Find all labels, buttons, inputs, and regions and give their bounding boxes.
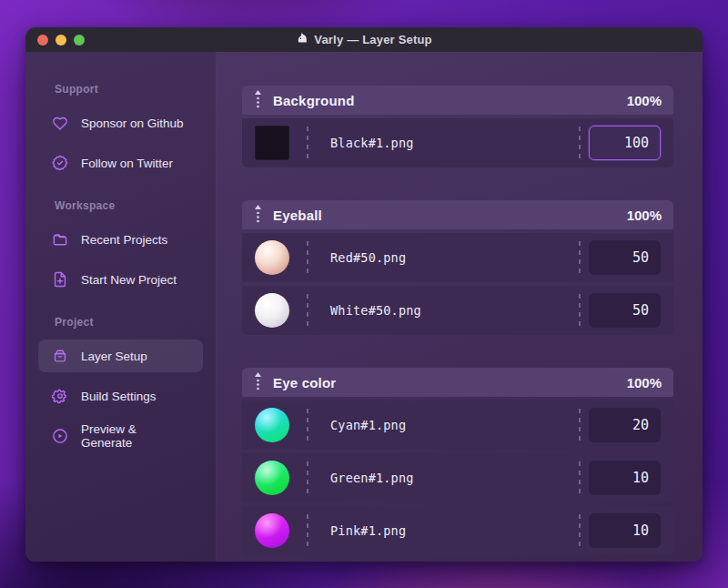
- sidebar-item-start-new-project[interactable]: Start New Project: [38, 263, 203, 296]
- sidebar-section-project: Project Layer Setup Build Settings: [38, 316, 203, 452]
- group-title: Background: [273, 93, 355, 108]
- traffic-lights: [25, 35, 85, 46]
- divider: [307, 294, 308, 327]
- group-title: Eyeball: [273, 208, 322, 223]
- sidebar-item-layer-setup[interactable]: Layer Setup: [38, 340, 203, 372]
- section-label-workspace: Workspace: [38, 199, 203, 212]
- sidebar-item-label: Follow on Twitter: [81, 157, 173, 170]
- divider: [307, 241, 308, 274]
- layer-group-eye-color: Eye color 100% Cyan#1.png Green#1.png: [242, 368, 673, 555]
- layer-thumbnail-green: [255, 461, 289, 495]
- heart-icon: [51, 114, 69, 132]
- divider: [579, 409, 581, 441]
- group-weight: 100%: [627, 93, 662, 108]
- layer-row: Green#1.png: [242, 453, 673, 502]
- minimize-window-button[interactable]: [56, 35, 66, 46]
- sidebar-item-label: Start New Project: [81, 273, 177, 287]
- layer-thumbnail-pink: [255, 513, 289, 548]
- sidebar: Support Sponsor on Github Follow on Twit…: [25, 52, 217, 562]
- layer-weight-input[interactable]: [589, 408, 661, 442]
- unicorn-app-icon: [296, 32, 308, 48]
- layer-group-header[interactable]: Eyeball 100%: [242, 200, 673, 229]
- divider: [307, 409, 308, 441]
- sidebar-item-label: Sponsor on Github: [81, 117, 184, 130]
- layer-thumbnail-black: [255, 126, 289, 160]
- close-window-button[interactable]: [37, 35, 48, 46]
- sidebar-item-label: Recent Projects: [81, 233, 167, 247]
- app-window: Varly — Layer Setup Support Sponsor on G…: [25, 27, 703, 562]
- sidebar-item-label: Build Settings: [81, 390, 157, 403]
- sidebar-section-support: Support Sponsor on Github Follow on Twit…: [38, 83, 203, 179]
- sidebar-item-label: Preview & Generate: [81, 422, 190, 450]
- sidebar-item-sponsor-on-github[interactable]: Sponsor on Github: [38, 106, 203, 139]
- zoom-window-button[interactable]: [74, 35, 85, 46]
- layer-group-eyeball: Eyeball 100% Red#50.png White#50.png: [242, 200, 673, 335]
- divider: [307, 514, 308, 547]
- group-weight: 100%: [627, 208, 662, 223]
- section-label-support: Support: [38, 83, 203, 96]
- divider: [307, 461, 308, 494]
- divider: [579, 514, 581, 547]
- drag-handle-icon[interactable]: [254, 205, 262, 225]
- layer-weight-input[interactable]: [589, 513, 661, 548]
- layer-filename: White#50.png: [330, 303, 421, 318]
- window-title: Varly — Layer Setup: [314, 33, 432, 46]
- layer-setup-panel: Background 100% Black#1.png: [217, 52, 703, 562]
- layer-group-header[interactable]: Background 100%: [242, 86, 673, 115]
- drag-handle-icon[interactable]: [254, 372, 262, 392]
- play-circle-icon: [51, 427, 69, 445]
- group-title: Eye color: [273, 375, 336, 390]
- layer-row: Cyan#1.png: [242, 400, 673, 450]
- drag-handle-icon[interactable]: [254, 90, 262, 110]
- layer-row: White#50.png: [242, 286, 673, 335]
- layer-weight-input[interactable]: [589, 126, 661, 160]
- layer-row: Pink#1.png: [242, 506, 673, 555]
- layer-weight-input[interactable]: [589, 293, 661, 328]
- archive-box-icon: [51, 347, 69, 365]
- sidebar-item-preview-generate[interactable]: Preview & Generate: [38, 420, 203, 452]
- divider: [579, 461, 581, 494]
- layer-thumbnail-white: [255, 293, 289, 328]
- layer-row: Black#1.png: [242, 118, 673, 167]
- file-plus-icon: [51, 270, 69, 289]
- sidebar-item-label: Layer Setup: [81, 350, 147, 363]
- layer-filename: Red#50.png: [330, 250, 406, 265]
- divider: [307, 127, 308, 159]
- sidebar-section-workspace: Workspace Recent Projects Start New Proj…: [38, 199, 203, 296]
- gear-icon: [51, 387, 69, 405]
- folder-icon: [51, 230, 69, 248]
- layer-weight-input[interactable]: [589, 240, 661, 275]
- layer-filename: Cyan#1.png: [330, 418, 406, 432]
- titlebar[interactable]: Varly — Layer Setup: [25, 27, 703, 52]
- layer-row: Red#50.png: [242, 233, 673, 282]
- layer-weight-input[interactable]: [589, 461, 661, 495]
- layer-filename: Black#1.png: [330, 136, 414, 150]
- divider: [579, 127, 581, 159]
- layer-filename: Pink#1.png: [330, 523, 406, 538]
- divider: [579, 241, 581, 274]
- layer-thumbnail-cyan: [255, 408, 289, 442]
- layer-filename: Green#1.png: [330, 471, 414, 485]
- layer-thumbnail-red: [255, 240, 289, 275]
- layer-group-header[interactable]: Eye color 100%: [242, 368, 673, 397]
- divider: [579, 294, 581, 327]
- sidebar-item-follow-on-twitter[interactable]: Follow on Twitter: [38, 147, 203, 179]
- section-label-project: Project: [38, 316, 203, 329]
- badge-check-icon: [51, 154, 69, 172]
- sidebar-item-recent-projects[interactable]: Recent Projects: [38, 223, 203, 256]
- layer-group-background: Background 100% Black#1.png: [242, 86, 673, 167]
- group-weight: 100%: [627, 375, 662, 390]
- sidebar-item-build-settings[interactable]: Build Settings: [38, 380, 203, 412]
